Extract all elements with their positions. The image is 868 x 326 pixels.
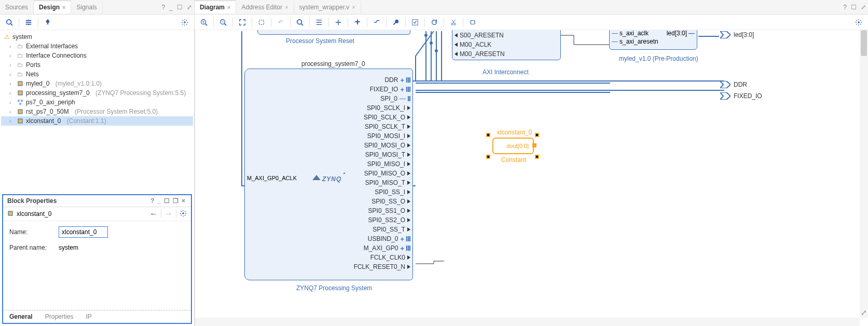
port-SPI0_MOSI_T: SPI0_MOSI_T (319, 150, 412, 159)
expand-icon[interactable]: ⤢ (185, 4, 194, 11)
tree-root[interactable]: ⚠ system (1, 32, 193, 42)
svg-point-11 (182, 212, 184, 214)
design-toolbar (0, 15, 194, 30)
restore-icon[interactable]: ❐ (171, 197, 180, 205)
port-SPI0_SCLK_T: SPI0_SCLK_T (319, 122, 412, 131)
tab-signals[interactable]: Signals (71, 1, 102, 13)
out-port-fixed[interactable]: FIXED_IO (720, 92, 762, 100)
tree-item[interactable]: ›🗀External Interfaces (1, 42, 193, 51)
port-SPI0_SS_O: SPI0_SS_O (319, 197, 412, 206)
close-icon[interactable]: × (227, 4, 230, 10)
zoom-fit-button[interactable] (236, 16, 249, 29)
port-SPI0_SS_T: SPI0_SS_T (319, 225, 412, 234)
settings-icon[interactable] (180, 210, 187, 219)
pin-button[interactable] (42, 16, 54, 29)
diagram-canvas[interactable]: Processor System Reset processing_system… (195, 30, 868, 326)
tree-item[interactable]: ›🗀Nets (1, 70, 193, 79)
search-button[interactable] (3, 16, 16, 29)
tab-general[interactable]: General (3, 310, 39, 323)
help-icon[interactable]: ? (841, 4, 849, 11)
forward-button[interactable]: → (164, 209, 173, 219)
align-button[interactable] (313, 16, 325, 29)
right-tab-bar: Diagram× Address Editor× system_wrapper.… (195, 0, 868, 15)
tab-properties[interactable]: Properties (39, 310, 80, 323)
zoom-in-button[interactable] (198, 16, 210, 29)
tab-diagram[interactable]: Diagram× (195, 1, 236, 13)
tree-item[interactable]: ›🗀Ports (1, 60, 193, 70)
tree-item-selected[interactable]: ›xlconstant_0 (Constant:1.1) (1, 116, 193, 126)
name-input[interactable] (59, 226, 108, 238)
port-SPI0_MISO_T: SPI0_MISO_T (319, 178, 412, 187)
port-USBIND_0: USBIND_0+ (319, 234, 412, 243)
back-button[interactable]: ← (149, 209, 158, 219)
add-button[interactable]: + (351, 16, 364, 29)
zoom-out-button[interactable] (217, 16, 229, 29)
port-SPI0_SS2_O: SPI0_SS2_O (319, 215, 412, 225)
port-SPI0_SCLK_O: SPI0_SCLK_O (319, 113, 412, 122)
tree-item[interactable]: ›processing_system7_0 (ZYNQ7 Processing … (1, 88, 193, 98)
close-icon[interactable]: × (285, 4, 288, 10)
ps7-footer: ZYNQ7 Processing System (296, 284, 372, 292)
maximize-icon[interactable]: ☐ (162, 197, 171, 205)
myled-block[interactable]: —s_axi_aclk —s_axi_aresetn led[3:0]— (609, 30, 697, 50)
selection-handle[interactable] (535, 155, 539, 159)
minimize-icon[interactable]: _ (156, 197, 162, 205)
svg-rect-4 (18, 91, 22, 95)
horizontal-scroll-area[interactable] (195, 318, 860, 326)
vertical-scrollbar[interactable]: ⤢ (860, 30, 868, 318)
ps7-block[interactable]: M_AXI_GP0_ACLK ZYNQ˙ DDR+FIXED_IO+SPI_0—… (244, 69, 413, 280)
tab-address-editor[interactable]: Address Editor× (236, 1, 294, 13)
tree-item[interactable]: ›rst_ps7_0_50M (Processor System Reset:5… (1, 107, 193, 116)
settings-button[interactable] (852, 16, 865, 29)
maximize-icon[interactable]: ☐ (175, 4, 185, 11)
port-SPI0_SS_I: SPI0_SS_I (319, 187, 412, 197)
selection-handle[interactable] (486, 133, 490, 137)
search-button[interactable] (294, 16, 306, 29)
out-port-led[interactable]: led[3:0] (720, 31, 754, 38)
undo-button[interactable]: ↶ (274, 16, 287, 29)
svg-rect-22 (471, 20, 475, 24)
help-icon[interactable]: ? (149, 197, 156, 205)
minimize-icon[interactable]: _ (167, 4, 175, 11)
svg-rect-8 (18, 110, 22, 114)
svg-point-24 (424, 34, 428, 37)
validate-button[interactable] (409, 16, 421, 29)
refresh-button[interactable] (428, 16, 440, 29)
folder-icon: 🗀 (17, 43, 24, 50)
const-block[interactable]: dout[0:0] (492, 138, 534, 154)
select-area-button[interactable] (255, 16, 268, 29)
expand-icon[interactable]: ⤢ (859, 4, 868, 11)
split-button[interactable] (332, 16, 345, 29)
const-port-stub (532, 143, 536, 147)
wrench-button[interactable] (390, 16, 402, 29)
close-icon[interactable]: × (352, 4, 355, 10)
reset-block[interactable] (257, 30, 410, 35)
ps7-left-port: M_AXI_GP0_ACLK (247, 175, 297, 181)
connection-button[interactable] (370, 16, 383, 29)
selection-handle[interactable] (535, 133, 539, 137)
design-tree[interactable]: ⚠ system ›🗀External Interfaces ›🗀Interfa… (0, 30, 194, 191)
component-button[interactable] (466, 16, 479, 29)
close-icon[interactable]: × (62, 4, 65, 10)
svg-rect-5 (18, 100, 20, 102)
settings-button[interactable] (178, 16, 191, 29)
parent-label: Parent name: (9, 244, 53, 251)
selection-handle[interactable] (486, 155, 490, 159)
tab-wrapper[interactable]: system_wrapper.v× (294, 1, 361, 13)
maximize-icon[interactable]: ☐ (849, 4, 859, 11)
tree-item[interactable]: ›myled_0 (myled_v1.0:1.0) (1, 79, 193, 88)
props-heading: xlconstant_0 (17, 210, 51, 218)
tab-design[interactable]: Design× (34, 1, 71, 13)
tab-sources[interactable]: Sources (0, 1, 34, 13)
tab-ip[interactable]: IP (79, 310, 98, 323)
out-port-ddr[interactable]: DDR (720, 81, 747, 88)
tree-item[interactable]: ›ps7_0_axi_periph (1, 98, 193, 107)
tree-item[interactable]: ›🗀Interface Connections (1, 51, 193, 60)
ip-icon (17, 117, 24, 125)
close-icon[interactable]: × (180, 197, 187, 205)
ps7-name: processing_system7_0 (301, 60, 365, 67)
axi-block[interactable]: S00_ARESETN M00_ACLK M00_ARESETN (452, 30, 561, 60)
cut-button[interactable] (447, 16, 460, 29)
collapse-all-button[interactable] (22, 16, 35, 29)
help-icon[interactable]: ? (160, 4, 168, 11)
